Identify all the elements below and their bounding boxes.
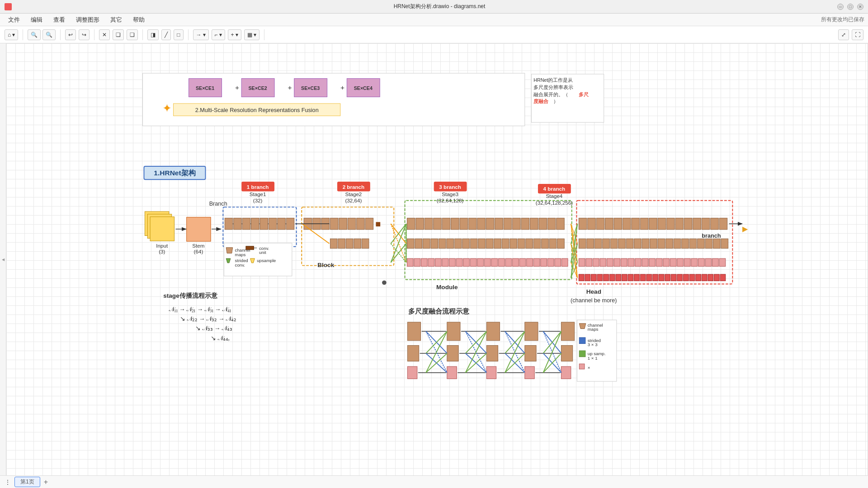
insert-button[interactable]: + ▾ xyxy=(228,29,241,40)
svg-text:Input: Input xyxy=(156,243,168,249)
svg-rect-158 xyxy=(588,218,595,230)
menu-icon[interactable]: ⋮ xyxy=(5,479,11,486)
maximize-button[interactable]: □ xyxy=(847,4,854,10)
canvas[interactable]: SE×CE1 SE×CE2 SE×CE3 SE×CE4 + + + ✦ 2.Mu… xyxy=(6,43,868,475)
svg-rect-219 xyxy=(609,274,615,281)
svg-rect-83 xyxy=(416,218,424,230)
left-panel[interactable]: ◀ xyxy=(0,43,6,475)
svg-rect-142 xyxy=(561,258,568,266)
delete-icon: ✕ xyxy=(102,32,107,38)
undo-button[interactable]: ↩ xyxy=(65,29,76,40)
menu-edit[interactable]: 编辑 xyxy=(26,14,47,26)
svg-rect-42 xyxy=(242,218,250,230)
svg-rect-135 xyxy=(513,258,519,266)
duplicate-button[interactable]: ❏ xyxy=(113,29,124,40)
svg-line-313 xyxy=(466,353,487,373)
toolbar-separator-6 xyxy=(264,29,264,40)
svg-text:SE×CE1: SE×CE1 xyxy=(196,85,214,91)
home-button[interactable]: ⌂ ▾ xyxy=(5,29,18,40)
page-tab-1[interactable]: 第1页 xyxy=(14,477,40,487)
delete-button[interactable]: ✕ xyxy=(99,29,110,40)
redo-button[interactable]: ↪ xyxy=(79,29,90,40)
table-button[interactable]: ▦ ▾ xyxy=(244,29,259,40)
menu-other[interactable]: 其它 xyxy=(106,14,127,26)
line-button[interactable]: ╱ xyxy=(161,29,171,40)
arrow-icon: → xyxy=(196,32,202,38)
fit-button[interactable]: ⤢ xyxy=(838,29,849,40)
svg-text:(32): (32) xyxy=(253,197,263,203)
svg-rect-26 xyxy=(150,217,174,241)
svg-rect-116 xyxy=(533,239,541,248)
svg-rect-201 xyxy=(635,258,642,266)
svg-rect-208 xyxy=(684,258,690,266)
zoom-in-icon: 🔍 xyxy=(46,32,52,38)
fit-icon: ⤢ xyxy=(841,32,846,38)
svg-rect-97 xyxy=(539,218,547,230)
fill-button[interactable]: ◨ xyxy=(147,29,159,40)
svg-text:3 branch: 3 branch xyxy=(439,184,461,190)
minimize-button[interactable]: ─ xyxy=(837,4,844,10)
svg-rect-224 xyxy=(640,274,646,281)
menu-view[interactable]: 查看 xyxy=(49,14,70,26)
svg-rect-283 xyxy=(525,345,536,361)
svg-rect-88 xyxy=(460,218,467,230)
svg-text:+: + xyxy=(235,84,239,91)
svg-rect-0 xyxy=(143,73,525,126)
close-button[interactable]: ✕ xyxy=(857,4,863,10)
svg-line-146 xyxy=(391,224,406,244)
svg-rect-333 xyxy=(579,351,585,357)
svg-rect-108 xyxy=(470,239,477,248)
svg-rect-66 xyxy=(357,218,364,230)
svg-rect-276 xyxy=(447,322,460,341)
svg-rect-130 xyxy=(477,258,484,266)
plus-icon: + xyxy=(231,32,234,38)
svg-rect-330 xyxy=(579,338,585,344)
svg-rect-103 xyxy=(431,239,438,248)
window-controls[interactable]: ─ □ ✕ xyxy=(837,4,863,10)
svg-line-150 xyxy=(391,224,406,262)
zoom-out-button[interactable]: 🔍 xyxy=(28,29,41,40)
svg-text:Stem: Stem xyxy=(192,243,204,249)
svg-rect-139 xyxy=(541,258,547,266)
copy-icon: ❏ xyxy=(130,32,135,38)
svg-rect-237 xyxy=(720,274,726,281)
add-page-button[interactable]: + xyxy=(44,478,48,486)
toolbar-separator-3 xyxy=(94,29,94,40)
menu-format[interactable]: 调整图形 xyxy=(71,14,104,26)
svg-rect-204 xyxy=(656,258,662,266)
insert-dropdown: ▾ xyxy=(236,32,238,38)
svg-text:conv.: conv. xyxy=(235,263,245,267)
svg-text:3 × 3: 3 × 3 xyxy=(588,342,598,347)
svg-marker-264 xyxy=(226,258,231,263)
zoom-in-button[interactable]: 🔍 xyxy=(42,29,56,40)
svg-rect-157 xyxy=(579,218,586,230)
svg-line-312 xyxy=(466,331,487,372)
svg-text:↘ 𝒩₂₂ → 𝒩₃₂ → 𝒩₄₂: ↘ 𝒩₂₂ → 𝒩₃₂ → 𝒩₄₂ xyxy=(180,315,236,322)
svg-rect-1 xyxy=(189,79,222,97)
svg-rect-140 xyxy=(547,258,554,266)
svg-rect-184 xyxy=(658,239,665,248)
svg-rect-280 xyxy=(407,345,419,361)
expand-button[interactable]: ⛶ xyxy=(852,29,863,40)
svg-text:+: + xyxy=(288,84,292,91)
svg-rect-100 xyxy=(407,239,414,248)
svg-rect-230 xyxy=(677,274,683,281)
shape-button[interactable]: □ xyxy=(174,29,183,40)
svg-rect-117 xyxy=(542,239,549,248)
svg-rect-174 xyxy=(579,239,586,248)
menu-file[interactable]: 文件 xyxy=(4,14,24,26)
svg-rect-87 xyxy=(451,218,459,230)
svg-rect-188 xyxy=(689,239,697,248)
main-area: ◀ SE×CE1 SE×CE2 SE×CE3 SE×CE4 + + + ✦ xyxy=(0,43,868,475)
svg-rect-288 xyxy=(525,366,534,379)
connector-button[interactable]: ⌐ ▾ xyxy=(212,29,225,40)
svg-rect-196 xyxy=(600,258,606,266)
copy-button[interactable]: ❏ xyxy=(127,29,138,40)
undo-icon: ↩ xyxy=(68,32,73,38)
page-tab-label: 第1页 xyxy=(20,479,34,485)
arrow-button[interactable]: → ▾ xyxy=(193,29,209,40)
menu-help[interactable]: 帮助 xyxy=(128,14,149,26)
svg-rect-91 xyxy=(486,218,494,230)
svg-rect-193 xyxy=(579,258,585,266)
toolbar-separator-5 xyxy=(188,29,189,40)
